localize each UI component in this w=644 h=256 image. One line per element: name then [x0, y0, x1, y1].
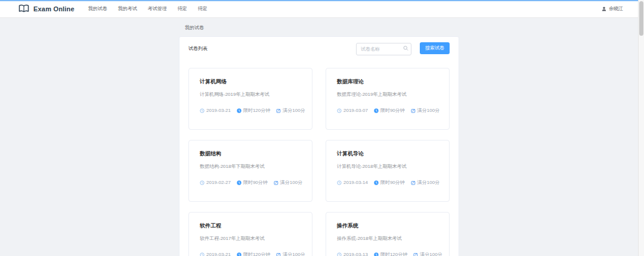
navbar-menu-item[interactable]: 我的试卷	[83, 0, 113, 17]
clock-outline-icon	[200, 252, 205, 256]
exam-duration-text: 限时120分钟	[243, 107, 270, 114]
exam-card-title: 操作系统	[337, 223, 438, 229]
breadcrumb: 我的试卷	[179, 18, 459, 36]
exam-duration-text: 限时90分钟	[243, 179, 268, 186]
exam-card-subtitle: 计算机导论-2018年上期期末考试	[337, 164, 438, 169]
navbar-menu-item[interactable]: 待定	[193, 0, 213, 17]
exam-date-text: 2019-03-14	[343, 180, 368, 185]
exam-card-subtitle: 计算机网络-2019年上期期末考试	[200, 92, 301, 97]
search-icon[interactable]	[403, 46, 408, 51]
exam-card-title: 计算机网络	[200, 79, 301, 85]
clock-filled-icon	[237, 252, 242, 256]
clock-outline-icon	[337, 108, 342, 113]
exam-duration: 限时90分钟	[374, 107, 405, 114]
exam-duration: 限时120分钟	[237, 251, 270, 256]
exam-card-meta: 2019-03-07 限时90分钟 满分100分	[337, 107, 438, 114]
exam-card-meta: 2019-03-14 限时90分钟 满分100分	[337, 179, 438, 186]
exam-card[interactable]: 操作系统 操作系统-2018年上期期末考试 2019-03-13 限时120分钟	[326, 212, 450, 256]
exam-score: 满分100分	[276, 251, 305, 256]
navbar-user[interactable]: 余晓江	[602, 0, 623, 17]
main-content: 我的试卷 试卷列表 搜索试卷	[179, 18, 459, 256]
exam-duration-text: 限时120分钟	[243, 251, 270, 256]
search-box	[356, 42, 411, 55]
exam-card-title: 软件工程	[200, 223, 301, 229]
exam-score-text: 满分100分	[420, 251, 442, 256]
username: 余晓江	[609, 5, 623, 12]
scrollbar-thumb[interactable]	[639, 1, 643, 36]
clock-filled-icon	[237, 180, 242, 185]
search-area: 搜索试卷	[356, 42, 450, 55]
exam-card[interactable]: 数据库理论 数据库理论-2019年上期期末考试 2019-03-07 限时90分…	[326, 68, 450, 130]
score-edit-icon	[276, 108, 281, 113]
exam-card-subtitle: 数据库理论-2019年上期期末考试	[337, 92, 438, 97]
panel-title: 试卷列表	[188, 45, 208, 52]
exam-score: 满分100分	[274, 179, 302, 186]
score-edit-icon	[411, 108, 416, 113]
exam-card-grid: 计算机网络 计算机网络-2019年上期期末考试 2019-03-21 限时120…	[188, 68, 450, 256]
exam-date-text: 2019-03-13	[343, 252, 368, 256]
exam-score-text: 满分100分	[417, 179, 439, 186]
exam-card-meta: 2019-03-13 限时120分钟 满分100分	[337, 251, 438, 256]
exam-card-title: 数据结构	[200, 151, 301, 157]
exam-card-meta: 2019-03-21 限时120分钟 满分100分	[200, 251, 301, 256]
exam-card[interactable]: 计算机网络 计算机网络-2019年上期期末考试 2019-03-21 限时120…	[188, 68, 312, 130]
exam-card[interactable]: 软件工程 软件工程-2017年上期期末考试 2019-03-21 限时120分钟	[188, 212, 312, 256]
vertical-scrollbar[interactable]	[638, 0, 644, 256]
exam-date: 2019-03-07	[337, 108, 368, 113]
exam-score-text: 满分100分	[283, 251, 305, 256]
exam-online-page: Exam Online 我的试卷 我的考试 考试管理 待定 待定 余晓江 我的试…	[0, 0, 644, 256]
exam-score: 满分100分	[413, 251, 442, 256]
exam-date: 2019-03-21	[200, 252, 231, 256]
exam-score: 满分100分	[411, 179, 439, 186]
top-progress-bar	[0, 0, 644, 1]
exam-duration-text: 限时120分钟	[380, 251, 407, 256]
exam-duration-text: 限时90分钟	[380, 179, 405, 186]
exam-duration: 限时120分钟	[374, 251, 407, 256]
exam-date: 2019-03-14	[337, 180, 368, 185]
navbar-menu-item[interactable]: 考试管理	[143, 0, 172, 17]
exam-card[interactable]: 计算机导论 计算机导论-2018年上期期末考试 2019-03-14 限时90分…	[326, 140, 450, 202]
clock-filled-icon	[374, 180, 379, 185]
exam-date-text: 2019-03-07	[343, 108, 368, 113]
exam-duration: 限时90分钟	[237, 179, 268, 186]
clock-outline-icon	[200, 108, 205, 113]
brand-logo[interactable]: Exam Online	[18, 4, 75, 13]
paper-list-panel: 试卷列表 搜索试卷 计算机网络 计算机网络	[179, 36, 459, 256]
exam-card-meta: 2019-02-27 限时90分钟 满分100分	[200, 179, 301, 186]
exam-card[interactable]: 数据结构 数据结构-2018年下期期末考试 2019-02-27 限时90分钟	[188, 140, 312, 202]
score-edit-icon	[413, 252, 418, 256]
clock-filled-icon	[374, 252, 379, 256]
exam-card-title: 数据库理论	[337, 79, 438, 85]
exam-date-text: 2019-03-21	[206, 108, 231, 113]
clock-outline-icon	[200, 180, 205, 185]
exam-score: 满分100分	[411, 107, 439, 114]
clock-outline-icon	[337, 180, 342, 185]
clock-filled-icon	[374, 108, 379, 113]
exam-card-subtitle: 数据结构-2018年下期期末考试	[200, 164, 301, 169]
navbar-menu-item[interactable]: 我的考试	[113, 0, 143, 17]
navbar: Exam Online 我的试卷 我的考试 考试管理 待定 待定 余晓江	[0, 0, 644, 18]
exam-score-text: 满分100分	[417, 107, 439, 114]
exam-date: 2019-02-27	[200, 180, 231, 185]
panel-header: 试卷列表 搜索试卷	[188, 42, 450, 55]
exam-date-text: 2019-03-21	[206, 252, 231, 256]
exam-duration: 限时120分钟	[237, 107, 270, 114]
clock-outline-icon	[337, 252, 342, 256]
navbar-menu: 我的试卷 我的考试 考试管理 待定 待定	[83, 0, 213, 17]
exam-score-text: 满分100分	[283, 107, 305, 114]
exam-date: 2019-03-13	[337, 252, 368, 256]
exam-card-subtitle: 软件工程-2017年上期期末考试	[200, 236, 301, 241]
brand-title: Exam Online	[33, 5, 75, 13]
clock-filled-icon	[237, 108, 242, 113]
search-button[interactable]: 搜索试卷	[420, 42, 450, 54]
score-edit-icon	[276, 252, 281, 256]
score-edit-icon	[274, 180, 278, 185]
navbar-menu-item[interactable]: 待定	[172, 0, 193, 17]
exam-duration: 限时90分钟	[374, 179, 405, 186]
exam-score: 满分100分	[276, 107, 305, 114]
exam-duration-text: 限时90分钟	[380, 107, 405, 114]
open-book-icon	[18, 4, 30, 13]
exam-score-text: 满分100分	[280, 179, 302, 186]
exam-card-subtitle: 操作系统-2018年上期期末考试	[337, 236, 438, 241]
exam-date-text: 2019-02-27	[206, 180, 231, 185]
